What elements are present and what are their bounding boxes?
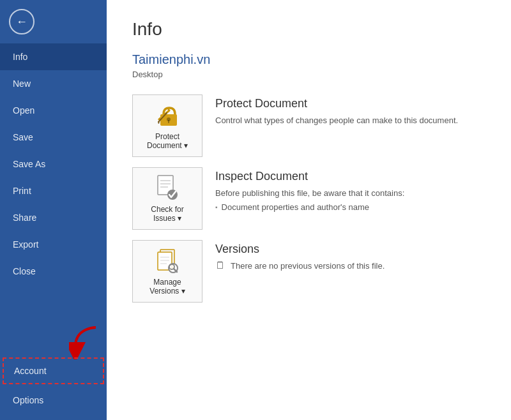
inspect-bullet-1: Document properties and author's name xyxy=(215,202,485,212)
versions-section: Manage Versions ▾ Versions 🗒 There are n… xyxy=(132,240,485,303)
back-arrow-icon: ← xyxy=(16,15,27,29)
versions-text: Versions 🗒 There are no previous version… xyxy=(215,240,485,271)
sidebar-item-new[interactable]: New xyxy=(0,70,107,97)
document-location: Desktop xyxy=(132,70,485,79)
lock-icon xyxy=(155,101,179,128)
sidebar-item-options[interactable]: Options xyxy=(0,387,107,414)
protect-section: Protect Document ▾ Protect Document Cont… xyxy=(132,94,485,157)
sidebar-item-close[interactable]: Close xyxy=(0,258,107,285)
page-title: Info xyxy=(132,19,485,40)
manage-versions-button[interactable]: Manage Versions ▾ xyxy=(132,240,202,303)
back-button[interactable]: ← xyxy=(9,9,34,34)
sidebar-item-save-as[interactable]: Save As xyxy=(0,151,107,177)
versions-button-label: Manage Versions ▾ xyxy=(149,278,185,296)
protect-document-button[interactable]: Protect Document ▾ xyxy=(132,94,202,157)
protect-text: Protect Document Control what types of c… xyxy=(215,94,485,127)
red-arrow-icon xyxy=(69,324,104,359)
inspect-text: Inspect Document Before publishing this … xyxy=(215,167,485,212)
sidebar-item-info[interactable]: Info xyxy=(0,43,107,70)
inspect-icon xyxy=(155,174,179,201)
inspect-button-label: Check for Issues ▾ xyxy=(151,205,183,223)
sidebar-item-share[interactable]: Share xyxy=(0,204,107,231)
sidebar: ← Info New Open Save Save As Print Share… xyxy=(0,0,107,420)
svg-rect-5 xyxy=(168,120,169,123)
inspect-section: Check for Issues ▾ Inspect Document Befo… xyxy=(132,167,485,230)
document-title: Taimienphi.vn xyxy=(132,52,485,67)
protect-button-label: Protect Document ▾ xyxy=(147,132,188,150)
sidebar-item-print[interactable]: Print xyxy=(0,177,107,204)
sidebar-item-open[interactable]: Open xyxy=(0,97,107,124)
sidebar-item-export[interactable]: Export xyxy=(0,231,107,258)
main-content: Info Taimienphi.vn Desktop Pro xyxy=(107,0,511,420)
no-versions-row: 🗒 There are no previous versions of this… xyxy=(215,260,485,271)
sidebar-item-save[interactable]: Save xyxy=(0,124,107,151)
check-issues-button[interactable]: Check for Issues ▾ xyxy=(132,167,202,230)
sidebar-item-account[interactable]: Account xyxy=(3,357,104,384)
versions-icon xyxy=(155,247,179,274)
no-versions-icon: 🗒 xyxy=(215,260,225,271)
